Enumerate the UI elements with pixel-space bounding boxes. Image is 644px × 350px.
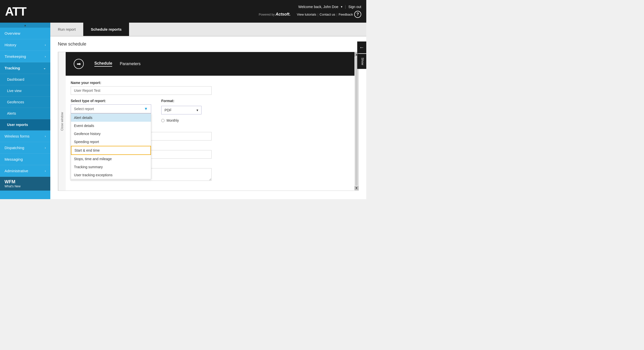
sidebar-label-user-reports: User reports [7, 123, 28, 127]
wfm-title: WFM [5, 179, 46, 185]
format-group: Format: PDF ▾ Monthly [161, 99, 202, 122]
dropdown-item-start-end-time[interactable]: Start & end time [71, 146, 151, 155]
welcome-line: Welcome back, John Doe ▾ | Sign out [298, 5, 361, 9]
chevron-down-icon: ⌄ [43, 66, 46, 70]
sidebar: ▲ Overview History › Timekeeping › Track… [0, 23, 50, 199]
dropdown-item-event-details[interactable]: Event details [71, 122, 151, 130]
app-logo: ATT [5, 5, 26, 18]
sidebar-item-overview[interactable]: Overview [0, 28, 50, 39]
wfm-subtitle: What's New [5, 185, 46, 188]
scroll-down-arrow[interactable]: ▼ [354, 186, 358, 190]
chevron-right-icon: › [45, 55, 46, 58]
sidebar-label-tracking: Tracking [5, 66, 20, 70]
chevron-down-icon[interactable]: ▾ [341, 5, 342, 9]
feedback-link[interactable]: Feedback [339, 13, 353, 16]
sidebar-item-timekeeping[interactable]: Timekeeping › [0, 51, 50, 62]
panel-arrow-icon[interactable]: ➡ [74, 59, 84, 69]
select-report-value: Select report [74, 107, 94, 111]
sidebar-item-tracking[interactable]: Tracking ⌄ [0, 62, 50, 74]
back-arrow-button[interactable]: ← [357, 41, 366, 53]
monthly-radio-group: Monthly [161, 118, 202, 122]
powered-by-text: Powered by Actsoft. [259, 12, 291, 17]
sidebar-label-administrative: Administrative [5, 169, 28, 173]
sidebar-item-geofences[interactable]: Geofences [0, 97, 50, 108]
page-title: New schedule [58, 41, 359, 47]
dropdown-item-user-tracking-exceptions[interactable]: User tracking exceptions [71, 171, 151, 179]
sidebar-item-dispatching[interactable]: Dispatching › [0, 142, 50, 154]
tab-schedule-reports[interactable]: Schedule reports [83, 23, 129, 36]
select-type-wrapper: Select report ▼ Alert details Event deta… [71, 104, 151, 113]
welcome-text: Welcome back, John Doe [298, 5, 338, 9]
sidebar-item-messaging[interactable]: Messaging [0, 154, 50, 165]
show-panel-button[interactable]: Show [357, 54, 366, 69]
sidebar-label-dispatching: Dispatching [5, 146, 24, 150]
panel-body: Name your report: Select type of report:… [66, 76, 354, 191]
chevron-right-icon: › [45, 169, 46, 173]
wfm-section[interactable]: WFM What's New [0, 177, 50, 191]
sidebar-label-history: History [5, 43, 16, 47]
panel-scrollbar: ▲ ▼ [354, 52, 358, 191]
monthly-label[interactable]: Monthly [167, 118, 179, 122]
scroll-thumb [355, 57, 358, 186]
name-report-group: Name your report: [71, 81, 349, 95]
select-arrow-icon: ▼ [144, 107, 148, 111]
sidebar-item-user-reports[interactable]: User reports [0, 119, 50, 130]
format-select-trigger[interactable]: PDF ▾ [161, 106, 202, 114]
sidebar-item-alerts[interactable]: Alerts [0, 108, 50, 119]
name-report-label: Name your report: [71, 81, 349, 85]
format-arrow-icon: ▾ [196, 108, 198, 112]
sidebar-label-geofences: Geofences [7, 100, 24, 104]
content-area: Run report Schedule reports New schedule… [50, 23, 366, 199]
sidebar-label-live-view: Live view [7, 89, 22, 93]
view-tutorials-link[interactable]: View tutorials [297, 13, 316, 16]
sidebar-item-dashboard[interactable]: Dashboard [0, 74, 50, 85]
chevron-right-icon: › [45, 146, 46, 150]
top-header: ATT Welcome back, John Doe ▾ | Sign out … [0, 0, 366, 23]
contact-us-link[interactable]: Contact us [319, 13, 335, 16]
header-right: Welcome back, John Doe ▾ | Sign out Powe… [259, 5, 361, 18]
tab-bar: Run report Schedule reports [50, 23, 366, 36]
name-report-input[interactable] [71, 86, 212, 95]
dropdown-item-stops-time-mileage[interactable]: Stops, time and mileage [71, 155, 151, 163]
chevron-right-icon: › [45, 43, 46, 47]
sidebar-label-messaging: Messaging [5, 157, 23, 161]
panel-tab-schedule[interactable]: Schedule [94, 61, 112, 67]
page-content: New schedule Close window ➡ Schedule Par… [50, 36, 366, 199]
type-format-row: Select type of report: Select report ▼ A… [71, 99, 349, 122]
panel-tab-parameters[interactable]: Parameters [120, 62, 141, 66]
monthly-radio[interactable] [161, 119, 165, 122]
sidebar-label-overview: Overview [5, 31, 20, 35]
sidebar-scroll-up[interactable]: ▲ [0, 23, 50, 28]
select-type-label: Select type of report: [71, 99, 151, 103]
sidebar-item-live-view[interactable]: Live view [0, 85, 50, 97]
sign-out-link[interactable]: Sign out [348, 5, 361, 9]
sidebar-label-wireless-forms: Wireless forms [5, 134, 29, 138]
main-layout: ▲ Overview History › Timekeeping › Track… [0, 23, 366, 199]
panel-inner: ➡ Schedule Parameters Name your report: [66, 52, 354, 191]
format-value: PDF [165, 108, 172, 112]
dropdown-item-speeding-report[interactable]: Speeding report [71, 138, 151, 146]
side-panel-controls: ← Show [357, 41, 366, 69]
actsoft-logo: Actsoft. [275, 12, 291, 16]
help-button[interactable]: ? [354, 11, 361, 18]
dropdown-item-geofence-history[interactable]: Geofence history [71, 130, 151, 138]
sidebar-label-alerts: Alerts [7, 111, 16, 115]
close-window-bar[interactable]: Close window [58, 52, 66, 191]
select-report-trigger[interactable]: Select report ▼ [71, 104, 151, 113]
sidebar-item-wireless-forms[interactable]: Wireless forms › [0, 130, 50, 142]
sidebar-label-dashboard: Dashboard [7, 77, 24, 81]
format-select-wrapper: PDF ▾ [161, 106, 202, 114]
panel-header: ➡ Schedule Parameters [66, 52, 354, 76]
sidebar-item-administrative[interactable]: Administrative › [0, 165, 50, 177]
select-type-group: Select type of report: Select report ▼ A… [71, 99, 151, 113]
format-label: Format: [161, 99, 202, 103]
dropdown-item-tracking-summary[interactable]: Tracking summary [71, 163, 151, 171]
report-type-dropdown: Alert details Event details Geofence his… [71, 113, 151, 179]
dropdown-item-alert-details[interactable]: Alert details [71, 114, 151, 122]
nav-links: Powered by Actsoft. View tutorials | Con… [259, 11, 361, 18]
sidebar-label-timekeeping: Timekeeping [5, 54, 26, 59]
chevron-right-icon: › [45, 135, 46, 138]
sidebar-item-history[interactable]: History › [0, 39, 50, 51]
schedule-panel: Close window ➡ Schedule Parameters [58, 52, 359, 191]
tab-run-report[interactable]: Run report [50, 23, 83, 36]
